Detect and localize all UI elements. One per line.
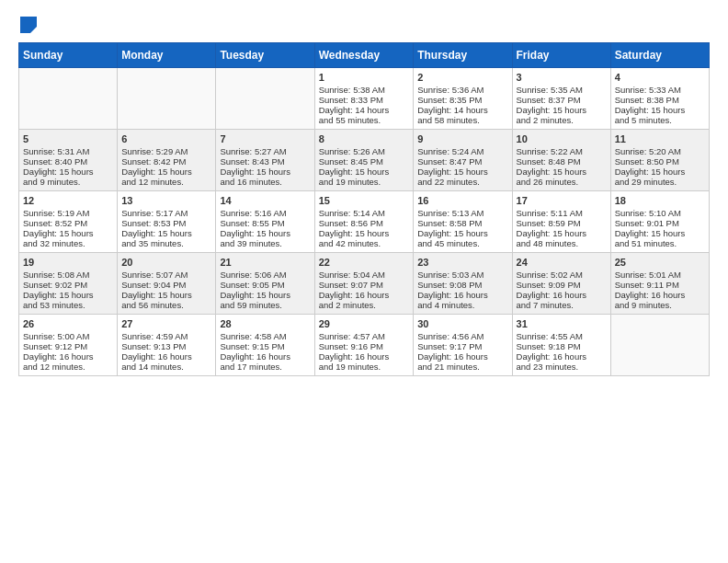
day-info-line: Sunrise: 5:29 AM xyxy=(121,146,211,156)
day-number-23: 23 xyxy=(417,257,507,268)
col-header-wednesday: Wednesday xyxy=(314,43,414,68)
day-cell-21: 21Sunrise: 5:06 AMSunset: 9:05 PMDayligh… xyxy=(216,253,314,315)
day-info-line: and 9 minutes. xyxy=(615,300,705,310)
day-info-line: Sunset: 9:02 PM xyxy=(23,280,113,290)
day-info-line: Sunrise: 4:58 AM xyxy=(220,331,310,341)
day-info-line: Daylight: 14 hours xyxy=(417,105,507,115)
day-cell-27: 27Sunrise: 4:59 AMSunset: 9:13 PMDayligh… xyxy=(118,315,216,376)
day-info-line: Sunset: 9:01 PM xyxy=(615,218,705,228)
day-info-line: Daylight: 15 hours xyxy=(23,167,113,177)
day-cell-23: 23Sunrise: 5:03 AMSunset: 9:08 PMDayligh… xyxy=(414,253,512,315)
day-cell-19: 19Sunrise: 5:08 AMSunset: 9:02 PMDayligh… xyxy=(19,253,118,315)
day-info-line: and 55 minutes. xyxy=(319,115,410,125)
day-info-line: Daylight: 16 hours xyxy=(23,351,113,362)
day-info-line: Sunrise: 5:02 AM xyxy=(517,270,607,280)
day-info-line: and 12 minutes. xyxy=(23,362,113,372)
day-cell-14: 14Sunrise: 5:16 AMSunset: 8:55 PMDayligh… xyxy=(216,191,314,253)
day-info-line: Daylight: 16 hours xyxy=(319,290,410,300)
day-info-line: Sunrise: 5:14 AM xyxy=(319,208,410,218)
col-header-thursday: Thursday xyxy=(414,43,512,68)
day-info-line: Sunset: 8:35 PM xyxy=(417,95,507,105)
day-info-line: Sunset: 8:37 PM xyxy=(517,95,607,105)
day-number-26: 26 xyxy=(23,318,113,329)
svg-marker-0 xyxy=(20,17,37,33)
day-info-line: and 12 minutes. xyxy=(121,177,211,187)
day-info-line: and 29 minutes. xyxy=(615,177,705,187)
day-info-line: Sunset: 9:17 PM xyxy=(417,341,507,351)
empty-cell xyxy=(216,68,314,130)
day-info-line: and 51 minutes. xyxy=(615,238,705,248)
day-info-line: Sunset: 9:07 PM xyxy=(319,280,410,290)
day-info-line: Sunrise: 5:03 AM xyxy=(417,270,507,280)
day-info-line: and 14 minutes. xyxy=(121,362,211,372)
day-info-line: and 48 minutes. xyxy=(517,238,607,248)
calendar-table: SundayMondayTuesdayWednesdayThursdayFrid… xyxy=(18,42,710,376)
day-info-line: Daylight: 15 hours xyxy=(23,228,113,238)
day-cell-25: 25Sunrise: 5:01 AMSunset: 9:11 PMDayligh… xyxy=(610,253,709,315)
day-info-line: and 22 minutes. xyxy=(417,177,507,187)
day-info-line: Daylight: 16 hours xyxy=(220,351,310,362)
day-number-31: 31 xyxy=(517,318,607,329)
day-info-line: Sunset: 8:59 PM xyxy=(517,218,607,228)
logo xyxy=(18,18,37,33)
day-info-line: Sunrise: 5:00 AM xyxy=(23,331,113,341)
day-number-27: 27 xyxy=(121,318,211,329)
day-info-line: and 2 minutes. xyxy=(319,300,410,310)
day-info-line: Sunset: 8:50 PM xyxy=(615,156,705,167)
col-header-tuesday: Tuesday xyxy=(216,43,314,68)
day-info-line: Daylight: 15 hours xyxy=(517,228,607,238)
day-info-line: Daylight: 15 hours xyxy=(417,228,507,238)
day-number-25: 25 xyxy=(615,257,705,268)
day-cell-18: 18Sunrise: 5:10 AMSunset: 9:01 PMDayligh… xyxy=(610,191,709,253)
day-info-line: Sunset: 9:18 PM xyxy=(517,341,607,351)
day-number-17: 17 xyxy=(517,195,607,206)
day-number-24: 24 xyxy=(517,257,607,268)
day-number-28: 28 xyxy=(220,318,310,329)
day-number-22: 22 xyxy=(319,257,410,268)
day-number-1: 1 xyxy=(319,72,410,83)
day-cell-7: 7Sunrise: 5:27 AMSunset: 8:43 PMDaylight… xyxy=(216,130,314,191)
day-info-line: Sunset: 8:40 PM xyxy=(23,156,113,167)
day-info-line: Sunset: 8:53 PM xyxy=(121,218,211,228)
empty-cell xyxy=(610,315,709,376)
day-info-line: Daylight: 15 hours xyxy=(121,228,211,238)
day-number-5: 5 xyxy=(23,133,113,144)
day-info-line: Sunrise: 5:07 AM xyxy=(121,270,211,280)
day-info-line: Sunset: 9:08 PM xyxy=(417,280,507,290)
day-info-line: and 58 minutes. xyxy=(417,115,507,125)
day-info-line: Sunset: 8:55 PM xyxy=(220,218,310,228)
day-info-line: and 23 minutes. xyxy=(517,362,607,372)
day-info-line: and 53 minutes. xyxy=(23,300,113,310)
day-cell-13: 13Sunrise: 5:17 AMSunset: 8:53 PMDayligh… xyxy=(118,191,216,253)
day-info-line: Sunrise: 5:36 AM xyxy=(417,85,507,95)
day-info-line: Sunrise: 5:06 AM xyxy=(220,270,310,280)
page-header xyxy=(18,18,710,33)
day-info-line: Sunset: 9:13 PM xyxy=(121,341,211,351)
day-cell-26: 26Sunrise: 5:00 AMSunset: 9:12 PMDayligh… xyxy=(19,315,118,376)
day-info-line: and 35 minutes. xyxy=(121,238,211,248)
day-info-line: Daylight: 16 hours xyxy=(417,351,507,362)
day-info-line: and 19 minutes. xyxy=(319,177,410,187)
day-info-line: Daylight: 16 hours xyxy=(615,290,705,300)
day-info-line: Sunset: 8:45 PM xyxy=(319,156,410,167)
day-info-line: Daylight: 16 hours xyxy=(121,351,211,362)
day-info-line: Sunrise: 5:38 AM xyxy=(319,85,410,95)
week-row-3: 12Sunrise: 5:19 AMSunset: 8:52 PMDayligh… xyxy=(19,191,710,253)
day-info-line: and 5 minutes. xyxy=(615,115,705,125)
day-info-line: and 19 minutes. xyxy=(319,362,410,372)
day-cell-10: 10Sunrise: 5:22 AMSunset: 8:48 PMDayligh… xyxy=(512,130,610,191)
day-number-14: 14 xyxy=(220,195,310,206)
day-info-line: Daylight: 15 hours xyxy=(319,167,410,177)
day-info-line: Sunset: 9:11 PM xyxy=(615,280,705,290)
empty-cell xyxy=(19,68,118,130)
day-number-6: 6 xyxy=(121,133,211,144)
day-number-9: 9 xyxy=(417,133,507,144)
day-info-line: Sunrise: 5:10 AM xyxy=(615,208,705,218)
day-cell-28: 28Sunrise: 4:58 AMSunset: 9:15 PMDayligh… xyxy=(216,315,314,376)
day-info-line: Sunrise: 5:31 AM xyxy=(23,146,113,156)
day-cell-4: 4Sunrise: 5:33 AMSunset: 8:38 PMDaylight… xyxy=(610,68,709,130)
day-info-line: Sunrise: 5:08 AM xyxy=(23,270,113,280)
day-info-line: Sunrise: 5:11 AM xyxy=(517,208,607,218)
day-info-line: and 2 minutes. xyxy=(517,115,607,125)
col-header-friday: Friday xyxy=(512,43,610,68)
